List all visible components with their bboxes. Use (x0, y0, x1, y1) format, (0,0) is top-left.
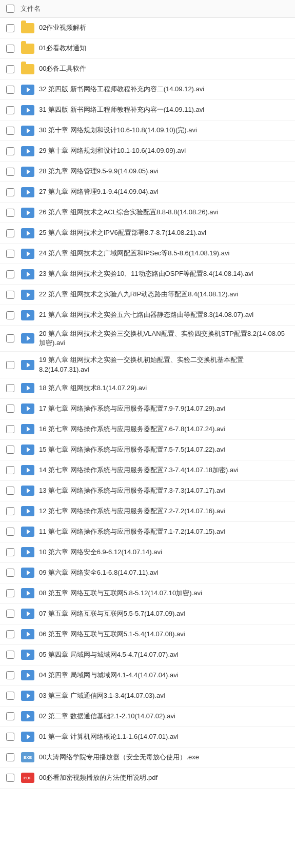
file-row: 04 第四章 局域网与城域网4.1-4.4(14.07.04).avi (0, 665, 295, 686)
row-checkbox[interactable] (6, 24, 14, 32)
video-icon (21, 126, 34, 136)
pdf-icon: PDF (21, 773, 34, 783)
row-checkbox[interactable] (6, 507, 14, 515)
file-name: 22 第八章 组网技术之实验八九RIP动态路由等配置8.4(14.08.12).… (39, 290, 289, 299)
row-checkbox[interactable] (6, 692, 14, 700)
row-checkbox[interactable] (6, 168, 14, 176)
file-name: 21 第八章 组网技术之实验五六七路由器静态路由等配置8.3(14.08.07)… (39, 310, 289, 319)
file-name: 07 第五章 网络互联与互联网5.5-5.7(14.07.09).avi (39, 609, 289, 618)
row-checkbox[interactable] (6, 291, 14, 299)
file-row: 02作业视频解析 (0, 18, 295, 38)
file-name: 29 第十章 网络规划和设计10.1-10.6(14.09.09).avi (39, 146, 289, 155)
video-icon (21, 465, 34, 475)
video-icon (21, 146, 34, 156)
row-checkbox[interactable] (6, 361, 14, 369)
video-icon (21, 650, 34, 660)
file-row: 11 第七章 网络操作系统与应用服务器配置7.1-7.2(14.07.15).a… (0, 522, 295, 542)
file-name: 24 第八章 组网技术之广域网配置和IPSec等8.5-8.6(14.08.19… (39, 249, 289, 258)
file-row: 01必看教材通知 (0, 38, 295, 59)
row-checkbox[interactable] (6, 446, 14, 454)
row-checkbox[interactable] (6, 229, 14, 237)
file-row: 25 第八章 组网技术之IPV6配置部署8.7-8.7(14.08.21).av… (0, 223, 295, 244)
file-row: 05 第四章 局域网与城域网4.5-4.7(14.07.07).avi (0, 645, 295, 665)
row-checkbox[interactable] (6, 630, 14, 638)
file-row: 31 第四版 新书网络工程师教程补充内容一(14.09.11).avi (0, 100, 295, 120)
row-checkbox[interactable] (6, 733, 14, 741)
row-checkbox[interactable] (6, 86, 14, 94)
file-name: 15 第七章 网络操作系统与应用服务器配置7.5-7.5(14.07.22).a… (39, 445, 289, 454)
file-name: 11 第七章 网络操作系统与应用服务器配置7.1-7.2(14.07.15).a… (39, 527, 289, 536)
file-row: 08 第五章 网络互联与互联网5.8-5.12(14.07.10加密).avi (0, 583, 295, 604)
file-row: 16 第七章 网络操作系统与应用服务器配置7.6-7.8(14.07.24).a… (0, 419, 295, 440)
file-name: 02 第二章 数据通信基础2.1-2.10(14.07.02).avi (39, 712, 289, 721)
video-icon (21, 290, 34, 300)
select-all-checkbox[interactable] (6, 5, 14, 13)
file-name: 14 第七章 网络操作系统与应用服务器配置7.3-7.4(14.07.18加密)… (39, 466, 289, 475)
video-icon (21, 249, 34, 259)
video-icon (21, 629, 34, 639)
file-name: 27 第九章 网络管理9.1-9.4(14.09.04).avi (39, 187, 289, 196)
video-icon (21, 383, 34, 393)
video-icon (21, 167, 34, 177)
row-checkbox[interactable] (6, 250, 14, 258)
row-checkbox[interactable] (6, 270, 14, 278)
file-name: 01 第一章 计算机网络概论1.1-1.6(14.07.01).avi (39, 732, 289, 741)
file-name: 17 第七章 网络操作系统与应用服务器配置7.9-7.9(14.07.29).a… (39, 404, 289, 413)
row-checkbox[interactable] (6, 106, 14, 114)
row-checkbox[interactable] (6, 45, 14, 53)
video-icon (21, 105, 34, 115)
file-name: 10 第六章 网络安全6.9-6.12(14.07.14).avi (39, 548, 289, 557)
row-checkbox[interactable] (6, 147, 14, 155)
folder-icon (21, 23, 34, 33)
row-checkbox[interactable] (6, 569, 14, 577)
video-icon (21, 486, 34, 496)
video-icon (21, 269, 34, 279)
file-name: 28 第九章 网络管理9.5-9.9(14.09.05).avi (39, 167, 289, 176)
row-checkbox[interactable] (6, 466, 14, 474)
file-list: 02作业视频解析01必看教材通知00必备工具软件32 第四版 新书网络工程师教程… (0, 18, 295, 789)
file-row: 10 第六章 网络安全6.9-6.12(14.07.14).avi (0, 542, 295, 563)
video-icon (21, 187, 34, 197)
file-name: 19 第八章 组网技术之实验一交换机初始配置、实验二交换机基本配置8.2(14.… (39, 355, 289, 374)
row-checkbox[interactable] (6, 384, 14, 392)
file-name: 31 第四版 新书网络工程师教程补充内容一(14.09.11).avi (39, 105, 289, 114)
row-checkbox[interactable] (6, 712, 14, 720)
video-icon (21, 333, 34, 344)
file-row: 01 第一章 计算机网络概论1.1-1.6(14.07.01).avi (0, 727, 295, 748)
file-row: 24 第八章 组网技术之广域网配置和IPSec等8.5-8.6(14.08.19… (0, 244, 295, 264)
row-checkbox[interactable] (6, 753, 14, 761)
video-icon (21, 670, 34, 680)
file-name: 03 第三章 广域通信网3.1-3.4(14.07.03).avi (39, 691, 289, 700)
row-checkbox[interactable] (6, 651, 14, 659)
file-name: 25 第八章 组网技术之IPV6配置部署8.7-8.7(14.08.21).av… (39, 228, 289, 237)
file-row: 29 第十章 网络规划和设计10.1-10.6(14.09.09).avi (0, 141, 295, 162)
row-checkbox[interactable] (6, 188, 14, 196)
row-checkbox[interactable] (6, 334, 14, 342)
file-row: 17 第七章 网络操作系统与应用服务器配置7.9-7.9(14.07.29).a… (0, 399, 295, 419)
video-icon (21, 424, 34, 434)
row-checkbox[interactable] (6, 209, 14, 217)
video-icon (21, 527, 34, 537)
row-checkbox[interactable] (6, 589, 14, 597)
row-checkbox[interactable] (6, 610, 14, 618)
row-checkbox[interactable] (6, 425, 14, 433)
column-header-filename: 文件名 (21, 4, 41, 13)
row-checkbox[interactable] (6, 528, 14, 536)
header-row: 文件名 (0, 0, 295, 18)
row-checkbox[interactable] (6, 774, 14, 782)
row-checkbox[interactable] (6, 311, 14, 319)
file-row: 00必备工具软件 (0, 59, 295, 79)
video-icon (21, 568, 34, 578)
row-checkbox[interactable] (6, 65, 14, 73)
video-icon (21, 208, 34, 218)
row-checkbox[interactable] (6, 405, 14, 413)
file-row: 27 第九章 网络管理9.1-9.4(14.09.04).avi (0, 182, 295, 203)
file-row: 09 第六章 网络安全6.1-6.8(14.07.11).avi (0, 563, 295, 583)
file-row: 07 第五章 网络互联与互联网5.5-5.7(14.07.09).avi (0, 604, 295, 624)
row-checkbox[interactable] (6, 127, 14, 135)
file-row: 13 第七章 网络操作系统与应用服务器配置7.3-7.3(14.07.17).a… (0, 481, 295, 501)
file-row: 20 第八章 组网技术之实验三交换机VLAN配置、实验四交换机STP配置8.2(… (0, 326, 295, 352)
row-checkbox[interactable] (6, 548, 14, 556)
row-checkbox[interactable] (6, 487, 14, 495)
row-checkbox[interactable] (6, 671, 14, 679)
